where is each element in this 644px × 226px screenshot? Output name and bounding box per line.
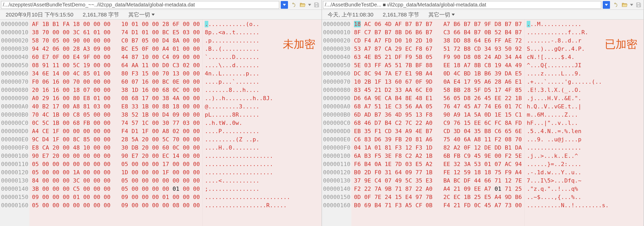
left-other-label: 其它一切	[128, 11, 150, 18]
right-toolbar	[322, 0, 643, 10]
left-date: 2020年9月10日 下午5:15:50	[1, 11, 78, 18]
left-toolbar	[0, 0, 321, 10]
folder-dropdown-icon[interactable]	[630, 4, 633, 6]
undo-icon[interactable]	[290, 1, 297, 9]
folder-open-icon[interactable]	[621, 1, 629, 9]
right-path-dropdown[interactable]	[603, 1, 610, 9]
right-hex-area[interactable]: 0000000000000010000000200000003000000040…	[322, 20, 643, 226]
left-size: 2,161,788 字节	[78, 11, 124, 18]
right-hex-col-b[interactable]: A7 B6 B7 B7 9F D8 B7 B7C3 66 B4 B7 0B 52…	[441, 20, 525, 226]
folder-dropdown-icon[interactable]	[308, 4, 311, 6]
left-path-dropdown[interactable]	[281, 1, 288, 9]
save-icon[interactable]	[313, 1, 320, 9]
right-other-label: 其它一切	[428, 11, 450, 18]
left-path-input[interactable]	[1, 1, 279, 9]
left-hex-area[interactable]: 0000000000000010000000200000003000000040…	[0, 20, 321, 226]
svg-rect-1	[315, 5, 318, 7]
left-other-combo[interactable]: 其它一切	[124, 11, 159, 18]
save-icon[interactable]	[635, 1, 642, 9]
left-hex-col-a[interactable]: AF 1B B1 FA 18 00 00 0038 70 00 00 3C 61…	[29, 20, 113, 226]
right-ascii-col[interactable]: ...M........................f...R.......…	[524, 20, 611, 226]
right-path-input[interactable]	[323, 1, 601, 9]
folder-open-icon[interactable]	[299, 1, 307, 9]
left-hex-col-b[interactable]: 10 01 00 00 28 6F 00 0074 D1 01 00 BC E5…	[119, 20, 203, 226]
right-statusbar: 今天, 上午11:08:30 2,161,788 字节 其它一切	[322, 10, 643, 20]
right-other-combo[interactable]: 其它一切	[424, 11, 459, 18]
right-hex-col-a[interactable]: 18 AC 06 4D AF B7 B7 B78F C7 B7 B7 8B D6…	[351, 20, 435, 226]
right-offsets: 0000000000000010000000200000003000000040…	[322, 20, 351, 226]
left-offsets: 0000000000000010000000200000003000000040…	[0, 20, 29, 226]
svg-rect-2	[637, 3, 640, 4]
left-statusbar: 2020年9月10日 下午5:15:50 2,161,788 字节 其它一切	[0, 10, 321, 20]
right-size: 2,161,788 字节	[378, 11, 424, 18]
svg-rect-0	[315, 3, 318, 4]
right-date: 今天, 上午11:08:30	[323, 11, 378, 18]
left-ascii-col[interactable]: ............(o..8p..<a..t........p......…	[202, 20, 292, 226]
undo-icon[interactable]	[612, 1, 619, 9]
left-panel: 2020年9月10日 下午5:15:50 2,161,788 字节 其它一切 0…	[0, 0, 322, 226]
right-panel: 今天, 上午11:08:30 2,161,788 字节 其它一切 0000000…	[322, 0, 644, 226]
svg-rect-3	[637, 5, 640, 7]
